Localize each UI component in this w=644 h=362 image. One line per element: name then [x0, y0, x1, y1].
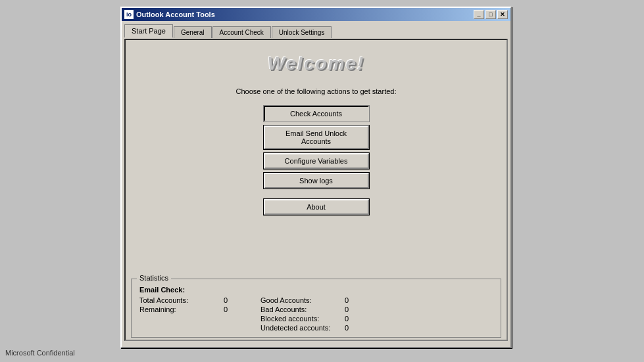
check-accounts-button[interactable]: Check Accounts	[264, 106, 369, 122]
stat-label-undetected: Undetected accounts:	[260, 324, 333, 332]
tab-general[interactable]: General	[174, 26, 212, 38]
stat-label-blocked: Blocked accounts:	[260, 315, 333, 323]
show-logs-button[interactable]: Show logs	[264, 173, 369, 189]
window-title: Outlook Account Tools	[136, 11, 474, 18]
close-button[interactable]: ✕	[497, 10, 508, 19]
statistics-content: Email Check: Total Accounts: 0 Remaining…	[139, 286, 493, 332]
stat-label-remaining: Remaining:	[139, 305, 212, 313]
stat-row-good: Good Accounts: 0	[260, 296, 349, 304]
tab-account-check[interactable]: Account Check	[212, 26, 271, 38]
welcome-title: Welcome!	[268, 53, 365, 74]
maximize-button[interactable]: □	[485, 10, 496, 19]
email-check-label: Email Check:	[139, 286, 493, 294]
stats-columns: Total Accounts: 0 Remaining: 0 Good Acco…	[139, 296, 493, 332]
tabbar: Start Page General Account Check Unlock …	[122, 21, 510, 37]
stat-value-good: 0	[335, 296, 349, 304]
stat-row-undetected: Undetected accounts: 0	[260, 324, 349, 332]
stat-value-remaining: 0	[214, 305, 228, 313]
stat-label-total: Total Accounts:	[139, 296, 212, 304]
stat-value-bad: 0	[335, 305, 349, 313]
app-icon: io	[124, 10, 134, 19]
titlebar: io Outlook Account Tools _ □ ✕	[122, 8, 510, 21]
stat-row-total: Total Accounts: 0	[139, 296, 228, 304]
stats-right-col: Good Accounts: 0 Bad Accounts: 0 Blocked…	[260, 296, 349, 332]
statistics-group: Statistics Email Check: Total Accounts: …	[131, 279, 501, 338]
stat-value-total: 0	[214, 296, 228, 304]
stat-label-bad: Bad Accounts:	[260, 305, 333, 313]
minimize-button[interactable]: _	[474, 10, 484, 19]
stat-row-bad: Bad Accounts: 0	[260, 305, 349, 313]
about-button[interactable]: About	[264, 199, 369, 215]
stat-value-blocked: 0	[335, 315, 349, 323]
subtitle: Choose one of the following actions to g…	[236, 87, 397, 95]
stat-value-undetected: 0	[335, 324, 349, 332]
footer-confidential: Microsoft Confidential	[5, 349, 75, 357]
main-window: io Outlook Account Tools _ □ ✕ Start Pag…	[120, 7, 512, 348]
statistics-legend: Statistics	[137, 274, 171, 282]
stat-row-blocked: Blocked accounts: 0	[260, 315, 349, 323]
titlebar-controls: _ □ ✕	[474, 10, 508, 19]
tab-start-page[interactable]: Start Page	[124, 24, 173, 38]
configure-variables-button[interactable]: Configure Variables	[264, 153, 369, 169]
stat-row-remaining: Remaining: 0	[139, 305, 228, 313]
stat-label-good: Good Accounts:	[260, 296, 333, 304]
email-send-unlock-button[interactable]: Email Send Unlock Accounts	[264, 125, 369, 149]
content-area: Welcome! Choose one of the following act…	[124, 39, 508, 341]
tab-unlock-settings[interactable]: Unlock Settings	[272, 26, 332, 38]
stats-left-col: Total Accounts: 0 Remaining: 0	[139, 296, 228, 332]
